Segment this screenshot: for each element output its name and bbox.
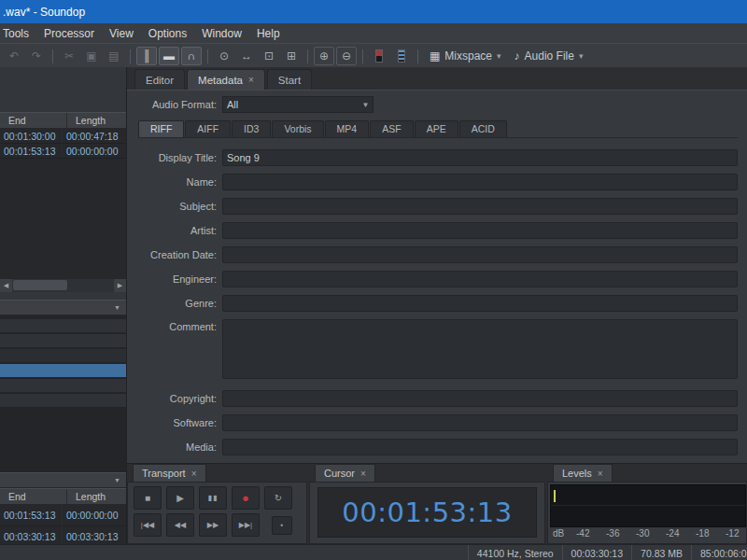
pause-button[interactable]: ▮▮ bbox=[199, 486, 227, 510]
menu-help[interactable]: Help bbox=[249, 27, 288, 40]
undo-button[interactable]: ↶ bbox=[4, 47, 24, 65]
scrollbar-track[interactable] bbox=[12, 279, 114, 292]
tab-acid[interactable]: ACID bbox=[459, 120, 507, 137]
zoom-tool-button[interactable]: ⊙ bbox=[214, 47, 234, 65]
software-field[interactable] bbox=[222, 414, 738, 431]
mixspace-dropdown[interactable]: ▦ Mixspace ▾ bbox=[423, 47, 508, 65]
go-to-end-button[interactable]: ▶▶| bbox=[232, 513, 260, 537]
level-meters-toggle[interactable] bbox=[391, 47, 412, 65]
collapse-arrow-icon[interactable]: ▼ bbox=[114, 304, 120, 311]
engineer-field[interactable] bbox=[222, 271, 738, 287]
tab-transport[interactable]: Transport × bbox=[133, 464, 206, 482]
toolbar-separator bbox=[307, 49, 308, 63]
horizontal-scrollbar[interactable]: ◀ ▶ bbox=[0, 278, 126, 292]
tab-asf[interactable]: ASF bbox=[370, 120, 413, 137]
zoom-out-button[interactable]: ⊖ bbox=[336, 47, 357, 65]
audio-file-dropdown[interactable]: ♪ Audio File ▾ bbox=[508, 47, 590, 65]
pan-tool-toggle[interactable]: ║ bbox=[136, 47, 157, 65]
loop-button[interactable]: ↻ bbox=[264, 486, 292, 510]
menu-tools[interactable]: Tools bbox=[0, 27, 36, 40]
tab-levels[interactable]: Levels × bbox=[553, 464, 613, 482]
transport-options-button[interactable]: ▪ bbox=[272, 516, 292, 535]
go-to-start-button[interactable]: |◀◀ bbox=[134, 513, 162, 537]
go-to-start-icon: |◀◀ bbox=[141, 521, 154, 529]
list-item-selected[interactable] bbox=[0, 364, 126, 377]
tab-vorbis[interactable]: Vorbis bbox=[272, 120, 323, 137]
tab-metadata[interactable]: Metadata × bbox=[187, 69, 265, 90]
zoom-all-button[interactable]: ⊞ bbox=[281, 47, 302, 65]
subject-field[interactable] bbox=[222, 198, 738, 215]
collapse-arrow-icon[interactable]: ▼ bbox=[114, 477, 120, 483]
genre-field[interactable] bbox=[222, 295, 738, 312]
transport-body: ■ ▶ ▮▮ ● ↻ |◀◀ ◀◀ ▶▶ ▶▶| ▪ bbox=[127, 482, 307, 544]
zoom-in-button[interactable]: ⊕ bbox=[314, 47, 334, 65]
tab-ape[interactable]: APE bbox=[415, 120, 458, 137]
toolbar-separator bbox=[417, 49, 418, 63]
name-label: Name: bbox=[138, 176, 217, 188]
paste-icon: ▤ bbox=[108, 49, 119, 63]
redo-button[interactable]: ↷ bbox=[26, 47, 47, 65]
scrollbar-thumb[interactable] bbox=[13, 280, 67, 290]
scroll-right-icon[interactable]: ▶ bbox=[114, 279, 126, 292]
close-icon[interactable]: × bbox=[360, 469, 366, 479]
stop-button[interactable]: ■ bbox=[134, 486, 162, 510]
copyright-field[interactable] bbox=[222, 390, 738, 407]
panel-collapse-bar[interactable]: ▼ bbox=[0, 300, 126, 315]
transport-panel: Transport × ■ ▶ ▮▮ ● ↻ |◀◀ bbox=[127, 464, 307, 544]
list-item[interactable] bbox=[0, 394, 126, 407]
list-item[interactable] bbox=[0, 379, 126, 392]
chevron-down-icon: ▾ bbox=[497, 51, 501, 61]
audio-file-label: Audio File bbox=[525, 49, 574, 63]
menu-view[interactable]: View bbox=[102, 27, 141, 40]
tab-mp4[interactable]: MP4 bbox=[325, 120, 370, 137]
tab-riff[interactable]: RIFF bbox=[138, 120, 184, 137]
scale-label: -18 bbox=[696, 528, 709, 539]
record-button[interactable]: ● bbox=[232, 486, 260, 510]
list-item[interactable] bbox=[0, 349, 126, 362]
monitor-toggle[interactable]: ∩ bbox=[181, 47, 202, 65]
rewind-button[interactable]: ◀◀ bbox=[166, 513, 194, 537]
audio-format-select[interactable]: All ▼ bbox=[222, 96, 374, 113]
tab-cursor[interactable]: Cursor × bbox=[315, 464, 375, 482]
close-icon[interactable]: × bbox=[191, 469, 197, 479]
cut-button[interactable]: ✂ bbox=[59, 47, 79, 65]
paste-button[interactable]: ▤ bbox=[104, 47, 124, 65]
tab-editor[interactable]: Editor bbox=[134, 69, 185, 90]
list-item[interactable] bbox=[0, 319, 126, 332]
table-row[interactable]: 00:01:53:13 00:00:00:00 bbox=[0, 144, 126, 159]
list-item[interactable] bbox=[0, 334, 126, 347]
loop-icon: ↻ bbox=[275, 493, 282, 503]
menu-processor[interactable]: Processor bbox=[36, 27, 102, 40]
pan-tool-icon: ║ bbox=[143, 49, 151, 63]
tab-start[interactable]: Start bbox=[267, 69, 312, 90]
close-icon[interactable]: × bbox=[248, 75, 254, 85]
panel-collapse-bar[interactable]: ▼ bbox=[0, 472, 126, 488]
close-icon[interactable]: × bbox=[598, 469, 603, 479]
copy-button[interactable]: ▣ bbox=[81, 47, 102, 65]
levels-tab-bar: Levels × bbox=[547, 464, 747, 482]
play-button[interactable]: ▶ bbox=[166, 486, 194, 510]
fast-forward-button[interactable]: ▶▶ bbox=[199, 513, 227, 537]
comment-field[interactable] bbox=[222, 319, 738, 379]
zoom-selection-button[interactable]: ⊡ bbox=[259, 47, 279, 65]
name-field[interactable] bbox=[222, 174, 738, 190]
menu-window[interactable]: Window bbox=[194, 27, 249, 40]
zoom-all-icon: ⊞ bbox=[287, 49, 296, 63]
zoom-horizontal-button[interactable]: ↔ bbox=[236, 47, 257, 65]
table-row[interactable]: 00:01:53:13 00:00:00:00 bbox=[0, 505, 126, 526]
table-row[interactable]: 00:03:30:13 00:03:30:13 bbox=[0, 526, 126, 544]
scroll-left-icon[interactable]: ◀ bbox=[0, 279, 12, 292]
table-row[interactable]: 00:01:30:00 00:00:47:18 bbox=[0, 129, 126, 144]
media-field[interactable] bbox=[222, 439, 738, 455]
tab-aiff[interactable]: AIFF bbox=[185, 120, 231, 137]
spectrum-display-toggle[interactable] bbox=[369, 47, 389, 65]
menu-options[interactable]: Options bbox=[141, 27, 194, 40]
field-row-media: Media: bbox=[127, 435, 747, 459]
tab-id3[interactable]: ID3 bbox=[232, 120, 271, 137]
timeline-tool-toggle[interactable]: ▬ bbox=[159, 47, 179, 65]
artist-field[interactable] bbox=[222, 222, 738, 239]
field-row-software: Software: bbox=[127, 411, 747, 435]
creation-date-field[interactable] bbox=[222, 246, 738, 263]
display-title-field[interactable] bbox=[222, 149, 738, 166]
scale-label: -36 bbox=[606, 528, 619, 539]
